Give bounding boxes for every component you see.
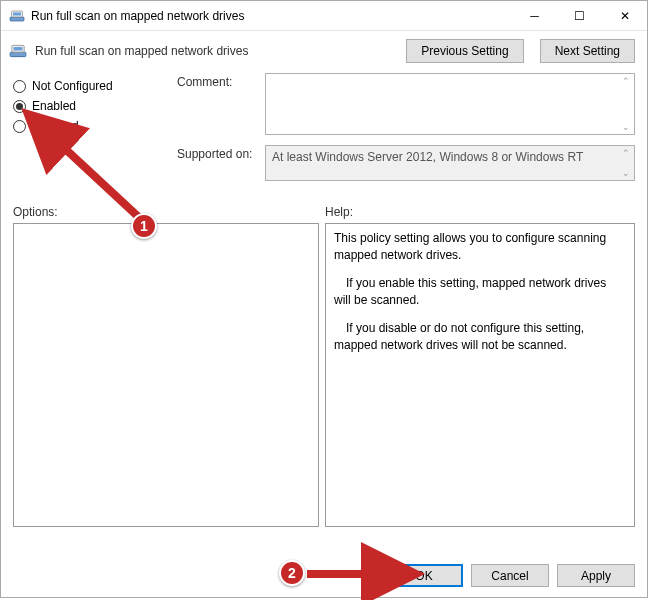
options-panel — [13, 223, 319, 527]
supported-on-field: At least Windows Server 2012, Windows 8 … — [265, 145, 635, 181]
maximize-button[interactable]: ☐ — [557, 1, 602, 30]
annotation-arrow-2 — [301, 559, 421, 589]
comment-input[interactable]: ⌃ ⌄ — [265, 73, 635, 135]
annotation-callout-1: 1 — [131, 213, 157, 239]
help-panel: This policy setting allows you to config… — [325, 223, 635, 527]
previous-setting-button[interactable]: Previous Setting — [406, 39, 523, 63]
callout-number: 2 — [288, 565, 296, 581]
dialog-footer: OK Cancel Apply — [385, 564, 635, 587]
comment-scrollbar[interactable]: ⌃ ⌄ — [620, 76, 632, 132]
svg-rect-0 — [10, 17, 24, 21]
fields-column: Comment: ⌃ ⌄ Supported on: At least Wind… — [177, 73, 635, 191]
help-paragraph: If you enable this setting, mapped netwo… — [334, 275, 626, 310]
close-button[interactable]: ✕ — [602, 1, 647, 30]
supported-scrollbar: ⌃ ⌄ — [620, 148, 632, 178]
cancel-button[interactable]: Cancel — [471, 564, 549, 587]
options-column: Options: — [13, 205, 319, 527]
svg-rect-3 — [10, 52, 26, 57]
scroll-up-icon: ⌃ — [620, 76, 632, 86]
scroll-down-icon: ⌄ — [620, 168, 632, 178]
policy-icon — [9, 42, 27, 60]
svg-rect-5 — [14, 47, 23, 50]
help-paragraph: This policy setting allows you to config… — [334, 230, 626, 265]
radio-icon — [13, 80, 26, 93]
scroll-down-icon: ⌄ — [620, 122, 632, 132]
minimize-button[interactable]: ─ — [512, 1, 557, 30]
next-setting-button[interactable]: Next Setting — [540, 39, 635, 63]
window-title: Run full scan on mapped network drives — [31, 9, 512, 23]
svg-rect-2 — [13, 12, 21, 15]
radio-label: Not Configured — [32, 79, 113, 93]
annotation-callout-2: 2 — [279, 560, 305, 586]
comment-row: Comment: ⌃ ⌄ — [177, 73, 635, 135]
help-label: Help: — [325, 205, 635, 219]
policy-title: Run full scan on mapped network drives — [35, 44, 398, 58]
lower-split: Options: Help: This policy setting allow… — [13, 205, 635, 527]
help-column: Help: This policy setting allows you to … — [325, 205, 635, 527]
titlebar: Run full scan on mapped network drives ─… — [1, 1, 647, 31]
comment-label: Comment: — [177, 73, 257, 135]
supported-label: Supported on: — [177, 145, 257, 181]
help-paragraph: If you disable or do not configure this … — [334, 320, 626, 355]
supported-row: Supported on: At least Windows Server 20… — [177, 145, 635, 181]
dialog-window: Run full scan on mapped network drives ─… — [0, 0, 648, 598]
policy-header: Run full scan on mapped network drives P… — [1, 31, 647, 69]
apply-button[interactable]: Apply — [557, 564, 635, 587]
radio-not-configured[interactable]: Not Configured — [13, 79, 163, 93]
window-controls: ─ ☐ ✕ — [512, 1, 647, 30]
supported-value: At least Windows Server 2012, Windows 8 … — [272, 150, 583, 164]
svg-line-6 — [33, 119, 145, 223]
policy-icon — [9, 8, 25, 24]
scroll-up-icon: ⌃ — [620, 148, 632, 158]
callout-number: 1 — [140, 218, 148, 234]
